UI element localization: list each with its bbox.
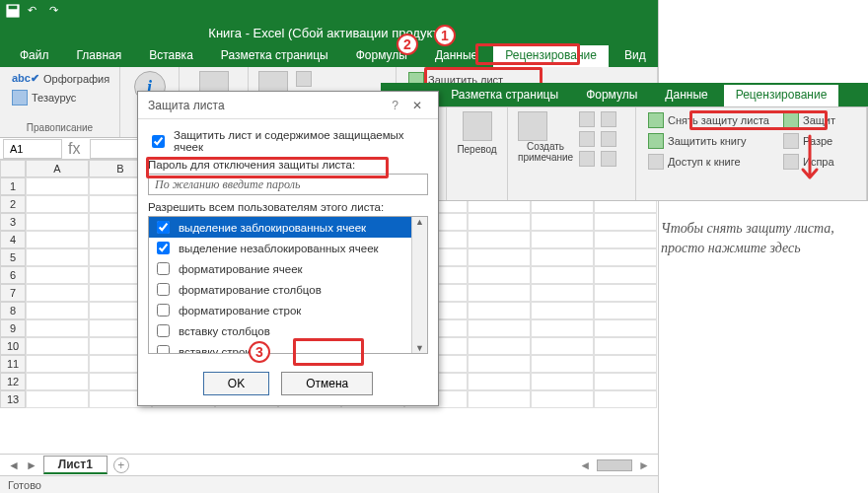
cell[interactable]: [26, 373, 89, 390]
cell[interactable]: [468, 231, 531, 248]
cell[interactable]: [26, 337, 89, 355]
sheet-nav-prev-icon[interactable]: ◄: [8, 458, 20, 472]
row-header[interactable]: 5: [0, 248, 26, 266]
thesaurus-button[interactable]: Тезаурус: [10, 89, 109, 106]
permission-item[interactable]: выделение незаблокированных ячеек: [149, 238, 427, 258]
row-header[interactable]: 7: [0, 284, 26, 302]
cell[interactable]: [594, 373, 657, 390]
cell[interactable]: [594, 284, 657, 302]
permissions-list[interactable]: выделение заблокированных ячееквыделение…: [148, 216, 428, 354]
delete-comment-icon[interactable]: [579, 111, 595, 127]
cell[interactable]: [468, 213, 531, 231]
protect-contents-input[interactable]: [152, 135, 165, 148]
select-all-corner[interactable]: [0, 160, 26, 177]
row-header[interactable]: 12: [0, 373, 26, 390]
row-header[interactable]: 2: [0, 195, 26, 213]
cancel-button[interactable]: Отмена: [281, 372, 373, 395]
cell[interactable]: [531, 284, 594, 302]
cell[interactable]: [468, 284, 531, 302]
permission-item[interactable]: форматирование ячеек: [149, 258, 427, 279]
save-icon[interactable]: [6, 4, 20, 18]
cell[interactable]: [531, 373, 594, 390]
permission-checkbox[interactable]: [157, 242, 170, 254]
sheet-nav-next-icon[interactable]: ►: [26, 458, 37, 472]
name-box[interactable]: [3, 139, 62, 159]
protect-workbook-button-2[interactable]: Защитить книгу: [646, 132, 771, 150]
tab-review[interactable]: Рецензирование: [493, 45, 609, 67]
cell[interactable]: [468, 248, 531, 266]
add-sheet-icon[interactable]: +: [113, 458, 129, 473]
comment-nav-icon[interactable]: [296, 71, 312, 87]
protect-contents-checkbox[interactable]: Защитить лист и содержимое защищаемых яч…: [148, 129, 428, 153]
permission-checkbox[interactable]: [157, 283, 170, 296]
cell[interactable]: [531, 213, 594, 231]
cell[interactable]: [468, 266, 531, 284]
cell[interactable]: [531, 266, 594, 284]
tab-insert[interactable]: Вставка: [137, 45, 205, 67]
tab-home[interactable]: Главная: [65, 45, 134, 67]
close-icon[interactable]: ✕: [406, 99, 428, 112]
permission-checkbox[interactable]: [157, 262, 170, 275]
row-header[interactable]: 1: [0, 177, 26, 195]
cell[interactable]: [531, 390, 594, 408]
cell[interactable]: [26, 284, 89, 302]
cell[interactable]: [468, 337, 531, 355]
cell[interactable]: [468, 355, 531, 373]
cell[interactable]: [26, 390, 89, 408]
permission-checkbox[interactable]: [157, 324, 170, 337]
permission-checkbox[interactable]: [157, 345, 170, 354]
translate-icon-2[interactable]: [463, 111, 492, 141]
tab-pagelayout-2[interactable]: Разметка страницы: [439, 85, 570, 106]
row-header[interactable]: 6: [0, 266, 26, 284]
fx-icon[interactable]: fx: [62, 140, 86, 158]
cell[interactable]: [531, 319, 594, 337]
row-header[interactable]: 4: [0, 231, 26, 248]
password-input[interactable]: [148, 174, 428, 195]
cell[interactable]: [594, 355, 657, 373]
share-workbook-button[interactable]: Доступ к книге: [646, 153, 771, 171]
sheet-tab[interactable]: Лист1: [43, 456, 108, 474]
tab-pagelayout[interactable]: Разметка страницы: [209, 45, 340, 67]
cell[interactable]: [594, 231, 657, 248]
cell[interactable]: [531, 302, 594, 319]
tab-data-2[interactable]: Данные: [653, 85, 719, 106]
tab-review-2[interactable]: Рецензирование: [724, 85, 839, 106]
row-header[interactable]: 3: [0, 213, 26, 231]
cell[interactable]: [531, 355, 594, 373]
cell[interactable]: [531, 248, 594, 266]
cell[interactable]: [594, 266, 657, 284]
cell[interactable]: [26, 266, 89, 284]
cell[interactable]: [468, 302, 531, 319]
cell[interactable]: [26, 319, 89, 337]
permission-checkbox[interactable]: [157, 221, 170, 234]
undo-icon[interactable]: ↶: [28, 4, 41, 18]
cell[interactable]: [26, 195, 89, 213]
row-header[interactable]: 13: [0, 390, 26, 408]
row-header[interactable]: 9: [0, 319, 26, 337]
cell[interactable]: [26, 248, 89, 266]
ok-button[interactable]: OK: [203, 372, 269, 395]
permission-item[interactable]: вставку строк: [149, 341, 427, 354]
col-header[interactable]: A: [26, 160, 89, 177]
permission-item[interactable]: вставку столбцов: [149, 320, 427, 341]
cell[interactable]: [26, 231, 89, 248]
show-all-comments-icon[interactable]: [601, 131, 616, 147]
tab-view[interactable]: Вид: [613, 45, 658, 67]
row-header[interactable]: 10: [0, 337, 26, 355]
new-comment-icon-2[interactable]: [518, 111, 547, 141]
cell[interactable]: [468, 319, 531, 337]
cell[interactable]: [468, 373, 531, 390]
permission-item[interactable]: форматирование строк: [149, 300, 427, 320]
cell[interactable]: [594, 302, 657, 319]
cell[interactable]: [594, 248, 657, 266]
prev-comment-icon[interactable]: [579, 131, 595, 147]
redo-icon[interactable]: ↷: [49, 4, 63, 18]
unprotect-sheet-button[interactable]: Снять защиту листа: [646, 111, 771, 129]
cell[interactable]: [468, 390, 531, 408]
row-header[interactable]: 11: [0, 355, 26, 373]
cell[interactable]: [594, 319, 657, 337]
tab-file[interactable]: Файл: [8, 45, 61, 67]
cell[interactable]: [531, 337, 594, 355]
cell[interactable]: [594, 213, 657, 231]
permission-item[interactable]: форматирование столбцов: [149, 279, 427, 300]
